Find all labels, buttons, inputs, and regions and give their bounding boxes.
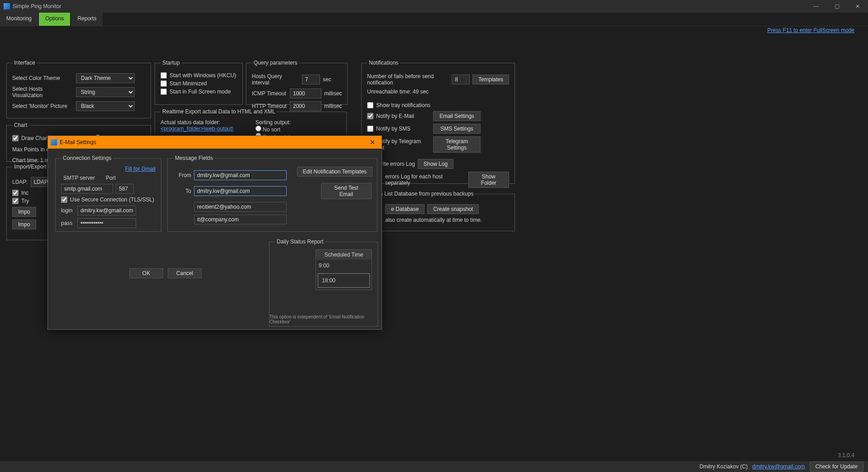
- interface-group: Interface Select Color Theme Dark Theme …: [6, 60, 151, 118]
- titlebar: Simple Ping Monitor — ▢ ✕: [0, 0, 868, 13]
- dialog-close-button[interactable]: ✕: [366, 139, 379, 146]
- color-theme-label: Select Color Theme: [12, 75, 73, 81]
- pass-input[interactable]: [77, 218, 136, 228]
- import-export-legend: Import/Export h: [12, 164, 53, 170]
- millisec-label-2: millisec: [324, 103, 342, 109]
- from-input[interactable]: [194, 170, 287, 180]
- edit-templates-button[interactable]: Edit Notification Templates: [297, 167, 373, 177]
- daily-note: This option is independent of 'Email Not…: [269, 314, 375, 324]
- smtp-input[interactable]: [61, 184, 113, 194]
- author-email-link[interactable]: dmitry.kw@gmail.com: [752, 463, 805, 470]
- login-input[interactable]: [77, 206, 136, 215]
- connection-legend: Connection Settings: [61, 155, 113, 161]
- ok-button[interactable]: OK: [129, 268, 163, 278]
- dialog-title: E-Mail Settings: [60, 139, 96, 145]
- startup-group: Startup Start with Windows (HKCU) Start …: [155, 60, 243, 105]
- http-input[interactable]: [290, 101, 321, 111]
- to-input[interactable]: [194, 186, 287, 196]
- actual-folder-label: Actual status data folder:: [160, 119, 220, 126]
- hosts-interval-input[interactable]: [302, 75, 320, 84]
- startup-legend: Startup: [160, 60, 182, 66]
- no-sort-label: No sort: [263, 126, 280, 133]
- to-label: To: [173, 188, 191, 194]
- email-checkbox[interactable]: [367, 113, 373, 119]
- errors-per-host-label: errors Log for each host separately: [385, 173, 466, 186]
- minimize-button[interactable]: —: [806, 0, 826, 13]
- show-folder-button[interactable]: Show Folder: [468, 172, 509, 188]
- options-content: Interface Select Color Theme Dark Theme …: [0, 26, 868, 35]
- tab-options[interactable]: Options: [39, 13, 70, 26]
- cancel-button[interactable]: Cancel: [168, 268, 202, 278]
- to-input-3[interactable]: [194, 215, 287, 224]
- import-button-1[interactable]: Impo: [12, 207, 36, 217]
- scheduled-time-2[interactable]: 18:00: [318, 273, 370, 288]
- chart-legend: Chart: [12, 122, 29, 128]
- dialog-titlebar: E-Mail Settings ✕: [48, 136, 382, 149]
- monitor-pic-select[interactable]: Black: [76, 101, 135, 111]
- draw-charts-checkbox[interactable]: [12, 135, 19, 141]
- send-test-button[interactable]: Send Test Email: [321, 183, 372, 199]
- try-checkbox[interactable]: [12, 198, 19, 204]
- actual-folder-link[interactable]: <program_folder>\web-output\: [160, 126, 233, 132]
- no-sort-radio[interactable]: [255, 126, 261, 131]
- notifications-group: Notifications Number of fails before sen…: [361, 60, 515, 184]
- telegram-settings-button[interactable]: Telegram Settings: [433, 136, 481, 153]
- daily-legend: Daily Status Report: [275, 238, 325, 245]
- tab-reports[interactable]: Reports: [71, 13, 103, 26]
- start-minimized-label: Start Minimized: [170, 80, 207, 87]
- sms-checkbox[interactable]: [367, 126, 373, 132]
- color-theme-select[interactable]: Dark Theme: [76, 73, 135, 83]
- notifications-legend: Notifications: [367, 60, 400, 66]
- maximize-button[interactable]: ▢: [826, 0, 847, 13]
- pass-label: pass: [61, 220, 75, 226]
- monitor-pic-label: Select 'Monitor' Picture: [12, 103, 73, 109]
- start-windows-checkbox[interactable]: [160, 72, 167, 79]
- start-windows-label: Start with Windows (HKCU): [170, 72, 236, 79]
- port-input[interactable]: [116, 184, 134, 194]
- tab-monitoring[interactable]: Monitoring: [0, 13, 38, 26]
- sec-label: sec: [323, 76, 331, 83]
- telegram-label: Notify by Telegram Bot: [376, 138, 430, 151]
- templates-button[interactable]: Templates: [472, 75, 509, 84]
- app-icon: [4, 3, 10, 9]
- http-label: HTTP Timeout: [252, 103, 287, 109]
- check-update-button[interactable]: Check for Update: [810, 462, 863, 472]
- start-fullscreen-checkbox[interactable]: [160, 89, 167, 95]
- restore-legend: Hosts List Database from previous backup…: [367, 191, 475, 197]
- secure-label: Use Secure Connection (TLS/SSL): [70, 196, 154, 203]
- fails-label: Number of fails before send notification: [367, 73, 449, 86]
- restore-group: Hosts List Database from previous backup…: [361, 191, 515, 231]
- message-fields-legend: Message Fields: [173, 155, 215, 161]
- footer: Dmitry Koziakov (C) dmitry.kw@gmail.com …: [0, 461, 868, 472]
- icmp-input[interactable]: [290, 89, 321, 98]
- import-button-2[interactable]: Impo: [12, 220, 36, 229]
- inc-checkbox[interactable]: [12, 190, 19, 196]
- connection-settings-group: Connection Settings Fill for Gmail SMTP …: [55, 155, 161, 232]
- fails-input[interactable]: [452, 75, 470, 84]
- unreachable-label: Unreachable time: 49 sec: [367, 89, 429, 95]
- start-minimized-checkbox[interactable]: [160, 80, 167, 87]
- try-label: Try: [21, 198, 29, 204]
- also-create-label: also create automatically at time to tim…: [385, 217, 482, 223]
- fill-gmail-link[interactable]: Fill for Gmail: [125, 166, 156, 172]
- scheduled-time-1[interactable]: 9:00: [316, 260, 372, 271]
- email-settings-dialog: E-Mail Settings ✕ Connection Settings Fi…: [47, 136, 382, 330]
- start-fullscreen-label: Start in Full Screen mode: [170, 89, 231, 95]
- version-label: 3.1.0.4: [838, 452, 854, 458]
- to-input-2[interactable]: [194, 202, 287, 212]
- hosts-vis-select[interactable]: String: [76, 87, 135, 97]
- hosts-vis-label: Select Hosts Visualization: [12, 86, 73, 98]
- tray-label: Show tray notifications: [376, 102, 430, 108]
- secure-checkbox[interactable]: [61, 196, 67, 203]
- restore-db-button[interactable]: e Database: [385, 204, 425, 214]
- app-title: Simple Ping Monitor: [13, 3, 61, 9]
- icmp-label: ICMP Timeout: [252, 90, 287, 97]
- show-log-button[interactable]: Show Log: [418, 159, 453, 169]
- sms-settings-button[interactable]: SMS Settings: [433, 124, 481, 134]
- email-settings-button[interactable]: Email Settings: [433, 111, 481, 121]
- tray-checkbox[interactable]: [367, 102, 373, 108]
- close-button[interactable]: ✕: [847, 0, 868, 13]
- login-label: login: [61, 207, 75, 214]
- create-snapshot-button[interactable]: Create snapshot: [427, 204, 479, 214]
- daily-status-group: Daily Status Report Scheduled Time 9:00 …: [269, 238, 378, 327]
